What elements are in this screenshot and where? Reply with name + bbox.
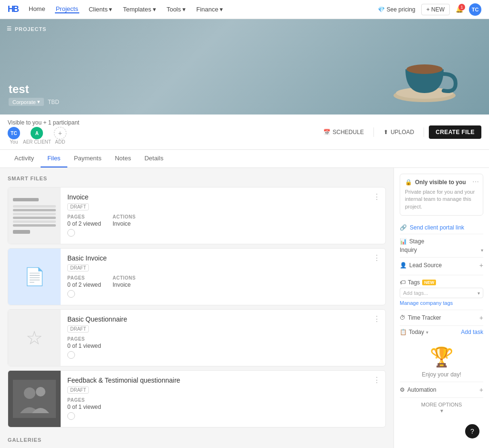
send-portal-link[interactable]: 🔗 Send client portal link	[400, 221, 483, 234]
file-body-feedback: Feedback & Testimonial questionnaire DRA…	[61, 371, 368, 427]
add-automation-button[interactable]: +	[479, 386, 483, 394]
upload-button[interactable]: ⬆ UPLOAD	[379, 126, 419, 138]
lock-icon: 🔒	[405, 179, 412, 186]
today-row: 📋 Today ▾ Add task	[400, 326, 483, 338]
private-description: Private place for you and your internal …	[405, 188, 478, 210]
chevron-down-icon: ▾	[153, 6, 156, 13]
tags-input[interactable]: Add tags... ▾	[400, 288, 483, 298]
participant-tc: TC You	[8, 127, 20, 145]
chevron-down-icon: ▾	[440, 407, 443, 414]
progress-indicator	[67, 412, 75, 420]
file-thumbnail-feedback	[8, 371, 61, 427]
file-name: Basic Invoice	[67, 254, 361, 262]
left-panel: SMART FILES	[0, 168, 393, 448]
nav-home[interactable]: Home	[28, 5, 46, 13]
file-meta: PAGES 0 of 1 viewed	[67, 336, 361, 360]
file-meta: PAGES 0 of 1 viewed	[67, 397, 361, 421]
project-status: TBD	[48, 99, 59, 105]
nav-clients[interactable]: Clients ▾	[88, 5, 114, 13]
project-type-badge[interactable]: Corporate ▾	[9, 98, 44, 106]
automation-field: ⚙ Automation +	[400, 382, 483, 397]
upload-icon: ⬆	[383, 129, 388, 135]
file-list: Invoice DRAFT PAGES 0 of 2 viewed ACTION…	[8, 187, 386, 427]
add-lead-source-button[interactable]: +	[479, 261, 483, 269]
add-participant-button[interactable]: +	[54, 127, 66, 139]
private-header: 🔒 Only visible to you	[405, 179, 478, 186]
create-file-button[interactable]: CREATE FILE	[429, 125, 481, 139]
file-card-invoice: Invoice DRAFT PAGES 0 of 2 viewed ACTION…	[8, 187, 386, 244]
participant-a: A AER CLIENT	[23, 127, 51, 145]
file-meta: PAGES 0 of 2 viewed ACTIONS Invoice	[67, 275, 361, 299]
chevron-down-icon: ▾	[426, 330, 428, 335]
tag-icon: 🏷	[400, 279, 405, 286]
file-status-badge: DRAFT	[67, 203, 89, 210]
see-pricing-button[interactable]: 💎 See pricing	[378, 6, 415, 13]
participant-label-tc: You	[10, 139, 18, 145]
participant-avatar-a[interactable]: A	[31, 127, 43, 139]
nav-links: Home Projects Clients ▾ Templates ▾ Tool…	[28, 5, 378, 13]
file-card-feedback: Feedback & Testimonial questionnaire DRA…	[8, 370, 386, 427]
participant-avatar-tc[interactable]: TC	[8, 127, 20, 139]
trophy-box: 🏆 Enjoy your day!	[400, 338, 483, 382]
nav-finance[interactable]: Finance ▾	[195, 5, 224, 13]
file-body-invoice: Invoice DRAFT PAGES 0 of 2 viewed ACTION…	[61, 188, 368, 244]
projects-breadcrumb: ☰ PROJECTS	[7, 26, 46, 32]
tab-payments[interactable]: Payments	[67, 150, 108, 167]
tab-details[interactable]: Details	[138, 150, 170, 167]
hero-info: test Corporate ▾ TBD	[9, 83, 59, 106]
new-badge: NEW	[422, 280, 436, 285]
file-body-basic-invoice: Basic Invoice DRAFT PAGES 0 of 2 viewed …	[61, 249, 368, 305]
stage-field: 📊 Stage Inquiry ▾	[400, 234, 483, 258]
new-button[interactable]: + NEW	[421, 4, 450, 15]
tab-notes[interactable]: Notes	[108, 150, 138, 167]
nav-templates[interactable]: Templates ▾	[122, 5, 157, 13]
add-time-button[interactable]: +	[479, 314, 483, 322]
project-tabs: Activity Files Payments Notes Details	[0, 150, 489, 168]
private-more-button[interactable]: ⋯	[472, 178, 479, 186]
app-logo[interactable]: HB	[8, 4, 18, 14]
project-toolbar: Visible to you + 1 participant TC You A …	[0, 115, 489, 150]
file-thumbnail-invoice	[8, 188, 61, 244]
file-thumbnail-basic-invoice: 📄	[8, 249, 61, 305]
chevron-down-icon: ▾	[220, 6, 223, 13]
nav-tools[interactable]: Tools ▾	[166, 5, 187, 13]
right-panel: ⋯ 🔒 Only visible to you Private place fo…	[393, 168, 489, 448]
manage-tags-link[interactable]: Manage company tags	[400, 300, 483, 306]
file-meta: PAGES 0 of 2 viewed ACTIONS Invoice	[67, 214, 361, 238]
schedule-button[interactable]: 📅 SCHEDULE	[319, 126, 369, 138]
chevron-down-icon: ▾	[478, 291, 480, 296]
add-participant: + ADD	[54, 127, 66, 145]
file-more-button[interactable]: ⋮	[373, 376, 381, 384]
trophy-icon: 🏆	[430, 346, 454, 368]
enjoy-text: Enjoy your day!	[422, 371, 461, 378]
add-task-button[interactable]: Add task	[461, 329, 483, 335]
smart-files-title: SMART FILES	[8, 176, 386, 181]
file-more-button[interactable]: ⋮	[373, 254, 381, 262]
tab-files[interactable]: Files	[41, 150, 67, 167]
help-button[interactable]: ?	[465, 424, 479, 438]
participants-list: TC You A AER CLIENT + ADD	[8, 127, 313, 145]
svg-point-5	[36, 387, 45, 396]
file-actions-col: ⋮	[368, 188, 385, 244]
tab-activity[interactable]: Activity	[8, 150, 41, 167]
file-actions-col: ⋮	[368, 249, 385, 305]
file-card-basic-invoice: 📄 Basic Invoice DRAFT PAGES 0 of 2 viewe…	[8, 248, 386, 305]
link-icon: 🔗	[400, 224, 407, 231]
time-tracker-field: ⏱ Time Tracker +	[400, 310, 483, 326]
nav-projects[interactable]: Projects	[55, 5, 79, 13]
divider	[424, 127, 424, 137]
file-status-badge: DRAFT	[67, 264, 89, 271]
svg-point-4	[24, 387, 35, 399]
star-icon: ☆	[26, 327, 43, 349]
more-options-label: MORE OPTIONS	[421, 402, 462, 407]
file-more-button[interactable]: ⋮	[373, 315, 381, 323]
user-avatar[interactable]: TC	[469, 3, 481, 16]
content-area: SMART FILES	[0, 168, 489, 448]
file-more-button[interactable]: ⋮	[373, 193, 381, 201]
nav-right: 💎 See pricing + NEW 🔔 1 TC	[378, 3, 481, 16]
notifications-button[interactable]: 🔔 1	[456, 6, 463, 13]
private-box: ⋯ 🔒 Only visible to you Private place fo…	[400, 174, 483, 216]
tags-placeholder: Add tags...	[403, 290, 428, 296]
more-options-button[interactable]: MORE OPTIONS ▾	[400, 397, 483, 418]
file-status-badge: DRAFT	[67, 386, 89, 394]
